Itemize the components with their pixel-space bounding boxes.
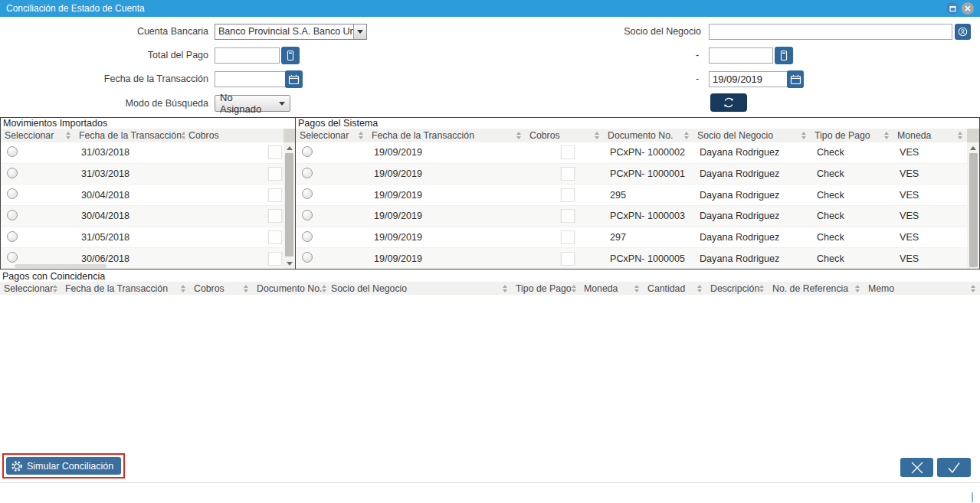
scroll-down-arrow[interactable] [284, 258, 295, 269]
column-label: Socio del Negocio [697, 130, 773, 141]
fecha-transaccion-to-calendar-button[interactable] [787, 70, 804, 88]
cobros-checkbox[interactable] [561, 230, 575, 244]
fecha-transaccion-to-input[interactable] [709, 71, 788, 87]
select-radio[interactable] [7, 188, 18, 199]
movimientos-importados-header: Seleccionar Fecha de la Transacción Cobr… [1, 129, 295, 142]
column-header-seleccionar[interactable]: Seleccionar [1, 129, 75, 142]
movimientos-importados-table: Movimientos Importados Seleccionar Fecha… [1, 118, 296, 269]
column-label: Moneda [897, 130, 931, 141]
scroll-up-arrow[interactable] [967, 142, 979, 153]
movimientos-vertical-scrollbar[interactable] [284, 142, 295, 269]
select-radio[interactable] [7, 252, 18, 263]
fecha-cell: 30/06/2018 [75, 253, 185, 264]
select-radio[interactable] [7, 210, 18, 220]
cobros-checkbox[interactable] [561, 252, 575, 266]
scrollbar-thumb[interactable] [285, 153, 293, 256]
pagos-del-sistema-header: Seleccionar Fecha de la Transacción Cobr… [296, 129, 979, 142]
simulate-reconciliation-button[interactable]: Simular Conciliación [6, 457, 121, 475]
column-header-documento-no[interactable]: Documento No. [604, 129, 693, 142]
select-radio[interactable] [302, 252, 313, 263]
cancel-button[interactable] [900, 458, 933, 477]
column-header-fecha-transaccion[interactable]: Fecha de la Transacción [75, 129, 185, 142]
documento-cell: 297 [604, 232, 693, 243]
cobros-checkbox[interactable] [268, 188, 282, 202]
fecha-cell: 31/03/2018 [75, 168, 185, 179]
cuenta-bancaria-dropdown-button[interactable] [353, 24, 366, 39]
select-radio[interactable] [302, 146, 313, 157]
column-header-tipo-pago[interactable]: Tipo de Pago [512, 282, 580, 295]
movimientos-horizontal-scrollbar[interactable] [15, 264, 107, 268]
select-radio[interactable] [302, 188, 313, 199]
column-header-seleccionar[interactable]: Seleccionar [0, 282, 61, 295]
total-pago-to-calculator-button[interactable] [775, 47, 793, 64]
cobros-checkbox[interactable] [268, 209, 282, 223]
sort-icon [66, 132, 70, 139]
column-header-socio-negocio[interactable]: Socio del Negocio [327, 282, 512, 295]
cobros-checkbox[interactable] [268, 230, 282, 244]
window-title: Conciliación de Estado de Cuenta [6, 3, 145, 14]
column-header-memo[interactable]: Memo [864, 282, 980, 295]
sort-icon [855, 285, 860, 292]
calendar-icon [288, 74, 300, 85]
column-label: Seleccionar [4, 283, 53, 294]
close-icon [965, 5, 971, 11]
column-header-moneda[interactable]: Moneda [893, 129, 967, 142]
cuenta-bancaria-label: Cuenta Bancaria [0, 24, 208, 40]
column-header-socio-negocio[interactable]: Socio del Negocio [693, 129, 811, 142]
total-pago-calculator-button[interactable] [281, 47, 300, 64]
column-header-moneda[interactable]: Moneda [580, 282, 644, 295]
column-header-cobros[interactable]: Cobros [190, 282, 253, 295]
fecha-transaccion-from-input[interactable] [215, 71, 286, 87]
tipo-pago-cell: Check [811, 190, 893, 201]
column-header-descripcion[interactable]: Descripción [706, 282, 769, 295]
fecha-cell: 31/05/2018 [75, 232, 185, 243]
column-header-cobros[interactable]: Cobros [526, 129, 604, 142]
fecha-cell: 19/09/2019 [368, 232, 526, 243]
cobros-checkbox[interactable] [561, 209, 575, 223]
scroll-up-arrow[interactable] [284, 142, 295, 153]
table-row: 19/09/2019 295 Dayana Rodriguez Check VE… [296, 185, 979, 206]
select-radio[interactable] [302, 168, 313, 178]
pagos-vertical-scrollbar[interactable] [967, 142, 979, 269]
column-header-cobros[interactable]: Cobros [185, 129, 284, 142]
fecha-transaccion-from-calendar-button[interactable] [285, 70, 303, 88]
cobros-checkbox[interactable] [268, 145, 282, 159]
column-header-no-referencia[interactable]: No. de Referencia [769, 282, 864, 295]
cuenta-bancaria-dropdown[interactable]: Banco Provincial S.A. Banco Unive [215, 24, 367, 40]
column-header-cantidad[interactable]: Cantidad [644, 282, 706, 295]
close-window-button[interactable] [962, 2, 974, 15]
column-label: Documento No. [608, 130, 673, 141]
modo-busqueda-label: Modo de Búsqueda [0, 96, 208, 112]
cobros-checkbox[interactable] [561, 145, 575, 159]
modo-busqueda-select[interactable]: No Asignado [215, 95, 290, 112]
refresh-button[interactable] [710, 93, 747, 112]
select-radio[interactable] [7, 231, 18, 242]
column-header-documento-no[interactable]: Documento No. [253, 282, 327, 295]
socio-negocio-input[interactable] [709, 24, 952, 40]
column-header-seleccionar[interactable]: Seleccionar [296, 129, 368, 142]
cobros-checkbox[interactable] [561, 167, 575, 181]
column-header-tipo-pago[interactable]: Tipo de Pago [811, 129, 893, 142]
cobros-checkbox[interactable] [268, 167, 282, 181]
socio-negocio-lookup-button[interactable] [955, 24, 971, 40]
select-radio[interactable] [7, 168, 18, 178]
select-radio[interactable] [302, 231, 313, 242]
column-label: Seleccionar [300, 130, 349, 141]
moneda-cell: VES [893, 168, 967, 179]
calculator-icon [778, 50, 790, 61]
cobros-checkbox[interactable] [268, 252, 282, 266]
table-row: 19/09/2019 PCxPN- 1000002 Dayana Rodrigu… [296, 142, 979, 164]
select-radio[interactable] [302, 210, 313, 220]
select-radio[interactable] [7, 146, 18, 157]
restore-window-button[interactable] [946, 2, 959, 15]
total-pago-to-input[interactable] [709, 47, 773, 64]
confirm-button[interactable] [937, 458, 971, 477]
moneda-cell: VES [893, 253, 967, 264]
scrollbar-thumb[interactable] [969, 153, 978, 267]
total-pago-from-input[interactable] [215, 47, 280, 64]
column-header-fecha-transaccion[interactable]: Fecha de la Transacción [368, 129, 526, 142]
column-header-fecha-transaccion[interactable]: Fecha de la Transacción [61, 282, 190, 295]
socio-cell: Dayana Rodriguez [693, 232, 811, 243]
cobros-checkbox[interactable] [561, 188, 575, 202]
column-label: Fecha de la Transacción [79, 130, 182, 141]
